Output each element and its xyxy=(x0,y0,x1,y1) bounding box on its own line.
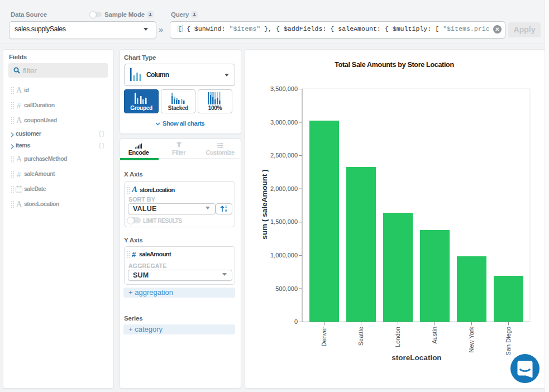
svg-text:New York: New York xyxy=(468,327,475,353)
svg-text:2,000,000: 2,000,000 xyxy=(270,185,298,192)
svg-text:Total Sale Amounts by Store Lo: Total Sale Amounts by Store Location xyxy=(335,61,454,69)
svg-text:Denver: Denver xyxy=(321,327,327,347)
svg-text:1: 1 xyxy=(225,205,227,208)
svg-text:3,500,000: 3,500,000 xyxy=(270,85,298,92)
svg-text:9: 9 xyxy=(225,209,227,212)
svg-text:storeLocation: storeLocation xyxy=(392,353,441,362)
svg-text:1,000,000: 1,000,000 xyxy=(270,252,298,259)
svg-text:0: 0 xyxy=(294,318,298,325)
svg-text:500,000: 500,000 xyxy=(275,285,298,292)
svg-text:Seattle: Seattle xyxy=(357,327,364,346)
svg-text:London: London xyxy=(394,327,401,347)
svg-text:3,000,000: 3,000,000 xyxy=(270,119,298,126)
svg-text:2,500,000: 2,500,000 xyxy=(270,152,298,159)
svg-text:sum ( saleAmount ): sum ( saleAmount ) xyxy=(260,169,269,239)
svg-text:1,500,000: 1,500,000 xyxy=(270,218,298,225)
svg-text:San Diego: San Diego xyxy=(505,327,512,355)
svg-text:Austin: Austin xyxy=(431,327,438,344)
